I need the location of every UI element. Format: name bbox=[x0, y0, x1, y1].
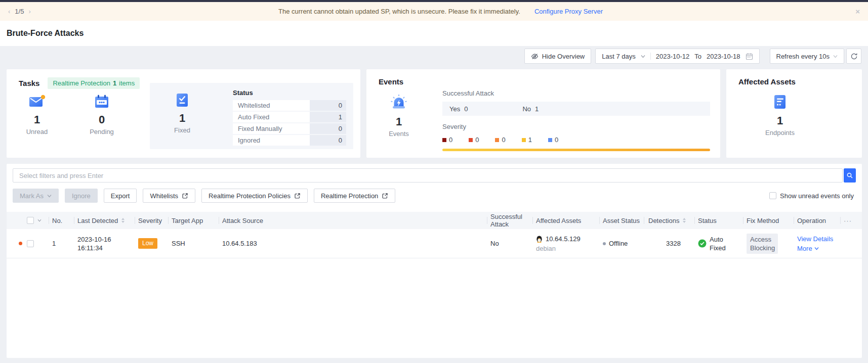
row-asset-status: Offline bbox=[603, 239, 647, 248]
view-details-link[interactable]: View Details bbox=[797, 235, 833, 243]
date-from-field[interactable]: 2023-10-12 bbox=[656, 53, 690, 60]
tasks-card: Tasks Realtime Protection 1 items 1 Unre… bbox=[7, 69, 360, 158]
more-dropdown[interactable]: More bbox=[797, 244, 833, 253]
status-row-fixed-manually: Fixed Manually 0 bbox=[233, 123, 346, 134]
whitelists-label: Whitelists bbox=[150, 192, 178, 200]
row-target-app: SSH bbox=[172, 239, 222, 248]
legend-low: 1 bbox=[522, 136, 532, 144]
successful-attack-bar: Yes 0 No 1 bbox=[442, 102, 710, 116]
page-title: Brute-Force Attacks bbox=[7, 29, 84, 38]
pager-prev-icon[interactable]: ‹ bbox=[8, 8, 10, 15]
header-fix-method: Fix Method bbox=[747, 217, 797, 224]
configure-proxy-link[interactable]: Configure Proxy Server bbox=[534, 8, 603, 15]
severity-critical-swatch bbox=[442, 138, 446, 142]
status-row-auto-fixed: Auto Fixed 1 bbox=[233, 112, 346, 122]
range-preset-select[interactable]: Last 7 days bbox=[602, 53, 636, 60]
offline-dot bbox=[603, 242, 606, 245]
date-to-field[interactable]: 2023-10-18 bbox=[707, 53, 740, 60]
mark-as-button[interactable]: Mark As bbox=[13, 189, 59, 203]
legend-medium: 0 bbox=[495, 136, 505, 144]
external-link-icon bbox=[382, 193, 388, 199]
column-settings-button[interactable]: ··· bbox=[844, 217, 854, 224]
status-text: Auto Fixed bbox=[710, 235, 731, 252]
unread-count: 1 bbox=[34, 113, 40, 126]
ignore-button[interactable]: Ignore bbox=[65, 189, 98, 203]
row-attack-source: 10.64.5.183 bbox=[222, 239, 490, 248]
affected-assets-title: Affected Assets bbox=[738, 77, 796, 86]
header-last-detected: Last Detected bbox=[77, 217, 138, 224]
ignore-label: Ignore bbox=[72, 192, 91, 200]
fixed-status-panel: 1 Fixed Status Whitelisted 0 Auto Fixed … bbox=[150, 83, 353, 149]
status-row-ignored: Ignored 0 bbox=[233, 135, 346, 146]
warning-banner: ‹ 1/5 › The current cannot obtain update… bbox=[0, 2, 868, 21]
calendar-icon[interactable] bbox=[746, 53, 753, 60]
severity-legend: 0 0 0 1 0 bbox=[442, 136, 710, 144]
search-button[interactable] bbox=[844, 168, 856, 183]
whitelists-button[interactable]: Whitelists bbox=[143, 189, 195, 203]
chevron-down-icon[interactable] bbox=[641, 55, 645, 58]
select-all-checkbox[interactable] bbox=[27, 217, 34, 224]
no-label: No bbox=[522, 105, 531, 113]
filter-search-input[interactable] bbox=[13, 168, 843, 183]
realtime-protection-policies-button[interactable]: Realtime Protection Policies bbox=[201, 189, 308, 203]
fixed-count: 1 bbox=[179, 112, 185, 125]
events-stat: 1 Events bbox=[381, 94, 417, 138]
header-no: No. bbox=[52, 217, 77, 224]
row-status: Auto Fixed bbox=[698, 235, 747, 252]
row-checkbox[interactable] bbox=[27, 240, 34, 247]
export-label: Export bbox=[111, 192, 130, 200]
row-date: 2023-10-16 bbox=[77, 235, 111, 244]
show-unread-checkbox[interactable] bbox=[769, 192, 776, 199]
sort-detections[interactable] bbox=[683, 218, 686, 223]
header-target-app: Target App bbox=[172, 217, 222, 224]
realtime-protection-button[interactable]: Realtime Protection bbox=[314, 189, 395, 203]
legend-high: 0 bbox=[469, 136, 479, 144]
no-value: 1 bbox=[535, 105, 539, 113]
row-affected-asset: 10.64.5.129 debian bbox=[536, 235, 603, 253]
severity-info-swatch bbox=[548, 138, 552, 142]
chevron-down-icon[interactable] bbox=[37, 219, 42, 222]
show-unread-toggle[interactable]: Show unread events only bbox=[769, 192, 854, 200]
banner-pager: ‹ 1/5 › bbox=[8, 8, 31, 15]
pending-stat: 0 Pending bbox=[84, 94, 120, 135]
events-table-card: Mark As Ignore Export Whitelists Realtim… bbox=[7, 164, 862, 358]
row-time: 16:11:34 bbox=[77, 244, 111, 252]
legend-value: 0 bbox=[475, 136, 479, 144]
unread-stat: 1 Unread bbox=[19, 94, 55, 135]
doc-check-icon bbox=[175, 92, 190, 108]
affected-assets-card: Affected Assets 1 Endpoints bbox=[726, 69, 862, 158]
legend-value: 0 bbox=[555, 136, 558, 144]
refresh-interval-label: Refresh every 10s bbox=[776, 53, 830, 60]
fixed-stat: 1 Fixed bbox=[164, 92, 200, 134]
endpoints-label: Endpoints bbox=[765, 129, 795, 137]
export-button[interactable]: Export bbox=[104, 189, 137, 203]
refresh-button[interactable] bbox=[846, 49, 861, 64]
unread-label: Unread bbox=[26, 128, 48, 135]
legend-value: 0 bbox=[502, 136, 505, 144]
hide-overview-button[interactable]: Hide Overview bbox=[524, 49, 592, 64]
refresh-icon bbox=[850, 53, 858, 60]
header-affected-assets: Affected Assets bbox=[536, 217, 603, 224]
status-row-value: 1 bbox=[310, 112, 346, 122]
table-header-row: No. Last Detected Severity Target App At… bbox=[7, 212, 862, 229]
sort-last-detected[interactable] bbox=[121, 218, 125, 223]
unread-dot bbox=[19, 242, 22, 245]
severity-label: Severity bbox=[442, 123, 710, 131]
table-row: 1 2023-10-16 16:11:34 Low SSH 10.64.5.18… bbox=[7, 229, 862, 258]
header-status: Status bbox=[698, 217, 747, 224]
asset-ip-link[interactable]: 10.64.5.129 bbox=[546, 235, 581, 243]
more-label: More bbox=[797, 244, 812, 253]
row-fix-method: Access Blocking bbox=[747, 234, 797, 254]
banner-close-icon[interactable]: × bbox=[855, 7, 860, 16]
fix-method-tag: Access Blocking bbox=[747, 234, 778, 254]
pending-label: Pending bbox=[90, 128, 114, 135]
overview-toolbar: Hide Overview Last 7 days 2023-10-12 To … bbox=[524, 49, 861, 64]
severity-badge: Low bbox=[138, 238, 157, 249]
header-asset-status: Asset Status bbox=[603, 217, 647, 224]
successful-attack-label: Successful Attack bbox=[442, 89, 710, 98]
magnifier-icon bbox=[846, 172, 853, 179]
refresh-interval-select[interactable]: Refresh every 10s bbox=[770, 49, 845, 64]
realtime-protection-badge[interactable]: Realtime Protection 1 items bbox=[48, 77, 140, 89]
fixed-label: Fixed bbox=[174, 126, 190, 134]
status-row-value: 0 bbox=[310, 123, 346, 134]
